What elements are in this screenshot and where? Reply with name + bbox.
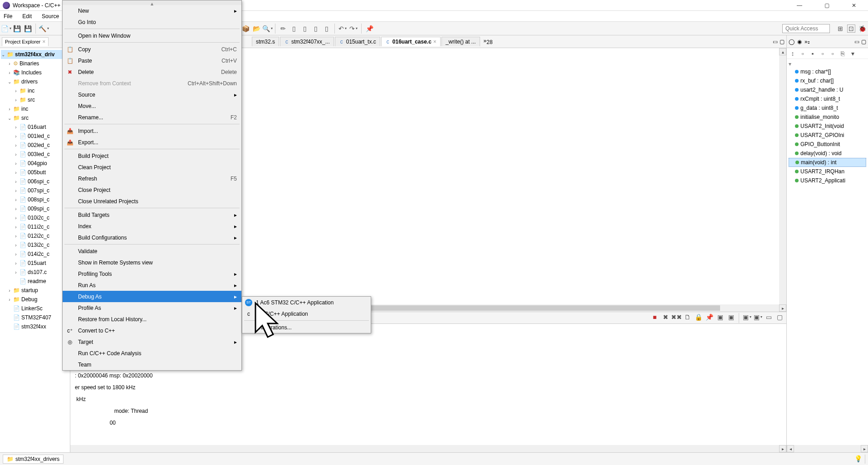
save-icon[interactable]: 💾 <box>13 24 21 33</box>
hide-inactive-icon[interactable]: ▫ <box>829 49 837 58</box>
ctx-close-unrelated[interactable]: Close Unrelated Projects <box>63 196 241 207</box>
ctx-close-project[interactable]: Close Project <box>63 184 241 196</box>
close-button[interactable]: ✕ <box>847 1 861 10</box>
make-target-icon[interactable]: ◉ <box>797 39 802 45</box>
open-perspective-icon[interactable]: ⊞ <box>836 24 844 33</box>
collapse-icon[interactable]: ⌄ <box>7 116 12 121</box>
hide-nonpublic-icon[interactable]: ▫ <box>819 49 827 58</box>
menu-source[interactable]: Source <box>40 12 61 20</box>
tree-row[interactable]: ›📄015uart <box>1 259 69 268</box>
outline-item[interactable]: initialise_monito <box>789 113 866 122</box>
menu-edit[interactable]: Edit <box>20 12 34 20</box>
submenu-configurations[interactable]: onfigurations... <box>242 322 371 333</box>
ctx-refresh[interactable]: RefreshF5 <box>63 173 241 184</box>
step-icon[interactable]: ▯ <box>323 24 331 33</box>
outline-scrollbar[interactable]: ◂ ▸ <box>787 445 868 452</box>
outline-item[interactable]: rx_buf : char[] <box>789 76 866 85</box>
ctx-convert-cpp[interactable]: c⁺Convert to C++ <box>63 325 241 336</box>
sort-icon[interactable]: ↕ <box>789 49 797 58</box>
display-selected-icon[interactable]: ▣ <box>743 313 751 321</box>
tree-row[interactable]: ›📁inc <box>1 104 69 113</box>
lock-scroll-icon[interactable]: 🔒 <box>694 313 702 321</box>
tree-row[interactable]: ›📚Includes <box>1 68 69 77</box>
tree-row[interactable]: 📄STM32F407 <box>1 313 69 322</box>
ctx-restore-history[interactable]: Restore from Local History... <box>63 313 241 325</box>
maximize-view-icon[interactable]: ▢ <box>861 39 866 45</box>
link-icon-icon[interactable]: ⎘ <box>839 49 847 58</box>
more-tabs[interactable]: »₂ <box>804 39 810 45</box>
editor-tab[interactable]: stm32.s <box>252 37 279 46</box>
tree-row[interactable]: ›📁startup <box>1 286 69 295</box>
collapse-icon[interactable]: ▾ <box>789 61 791 67</box>
clear-icon[interactable]: 🗋 <box>683 313 691 321</box>
ctx-show-remote[interactable]: Show in Remote Systems view <box>63 257 241 268</box>
outline-item[interactable]: USART2_Init(void <box>789 122 866 131</box>
tree-row[interactable]: 📄readme <box>1 277 69 286</box>
build-icon[interactable]: 🔨 <box>39 24 48 33</box>
search-icon[interactable]: 🔍 <box>263 24 271 33</box>
ctx-clean-project[interactable]: Clean Project <box>63 162 241 173</box>
tree-row-project[interactable]: ⌄ 📁 stm32f4xx_driv <box>1 50 69 59</box>
tree-row[interactable]: ›📄001led_c <box>1 132 69 141</box>
ctx-source[interactable]: Source▸ <box>63 89 241 100</box>
ctx-target[interactable]: ◎Target▸ <box>63 336 241 348</box>
ctx-build-config[interactable]: Build Configurations▸ <box>63 232 241 243</box>
maximize-view-icon[interactable]: ▢ <box>780 39 785 45</box>
tree-row[interactable]: ›📄002led_c <box>1 141 69 150</box>
ctx-run-as[interactable]: Run As▸ <box>63 279 241 291</box>
editor-tab[interactable]: _write() at ... <box>441 37 480 46</box>
ctx-delete[interactable]: ✖DeleteDelete <box>63 66 241 78</box>
tree-row[interactable]: ⌄📁src <box>1 113 69 122</box>
tree-row[interactable]: ›📄012i2c_c <box>1 231 69 240</box>
debug-perspective-icon[interactable]: 🐞 <box>858 24 866 33</box>
show-when-icon[interactable]: ▣ <box>716 313 724 321</box>
submenu-local-cpp[interactable]: ccal C/C++ Application <box>242 308 371 319</box>
outline-item[interactable]: main(void) : int <box>789 158 866 167</box>
outline-item[interactable]: GPIO_ButtonInit <box>789 140 866 149</box>
collapse-icon[interactable]: ⌄ <box>7 79 12 84</box>
step-icon[interactable]: ▯ <box>290 24 298 33</box>
tree-row[interactable]: ›📄ds107.c <box>1 268 69 277</box>
minimize-view-icon[interactable]: ▭ <box>773 39 778 45</box>
ctx-paste[interactable]: 📋PasteCtrl+V <box>63 55 241 66</box>
scroll-up-icon[interactable]: ▴ <box>779 48 786 55</box>
outline-icon[interactable]: ◯ <box>789 39 794 45</box>
save-all-icon[interactable]: 💾 <box>24 24 32 33</box>
tree-row[interactable]: ›📄007spi_c <box>1 186 69 195</box>
menu-file[interactable]: File <box>2 12 14 20</box>
outline-item[interactable]: usart2_handle : U <box>789 85 866 94</box>
open-console-icon[interactable]: ▣ <box>754 313 762 321</box>
ctx-import[interactable]: 📥Import... <box>63 125 241 137</box>
show-when-icon[interactable]: ▣ <box>727 313 735 321</box>
ctx-debug-as[interactable]: Debug As▸ <box>63 291 241 302</box>
tree-row[interactable]: ›📄006spi_c <box>1 177 69 186</box>
console-scrollbar[interactable]: ▸ <box>70 445 786 452</box>
tree-row[interactable]: ›📄011i2c_c <box>1 222 69 231</box>
editor-tab[interactable]: cstm32f407xx_... <box>280 37 334 46</box>
tree-row[interactable]: ›📄005butt <box>1 168 69 177</box>
project-explorer-tab[interactable]: Project Explorer × <box>2 37 49 46</box>
cpp-perspective-icon[interactable]: ⊡ <box>847 24 855 33</box>
ctx-new[interactable]: New▸ <box>63 5 241 16</box>
scroll-left-icon[interactable]: ◂ <box>787 445 794 452</box>
scroll-right-icon[interactable]: ▸ <box>779 445 786 452</box>
outline-item[interactable]: USART2_Applicati <box>789 176 866 185</box>
tree-row[interactable]: 📄stm32f4xx <box>1 322 69 331</box>
submenu-ac6-stm32[interactable]: ST1 Ac6 STM32 C/C++ Application <box>242 297 371 308</box>
editor-tab-active[interactable]: c016uart_case.c× <box>381 37 441 46</box>
outline-item[interactable]: delay(void) : void <box>789 149 866 158</box>
tree-row[interactable]: ›📄003led_c <box>1 150 69 159</box>
scroll-up-icon[interactable]: ▴ <box>63 0 241 5</box>
tree-row[interactable]: ›📄016uart <box>1 122 69 132</box>
tree-row[interactable]: ›📁inc <box>1 86 69 95</box>
outline-list[interactable]: ▾msg : char*[]rx_buf : char[]usart2_hand… <box>787 59 868 445</box>
pin-icon[interactable]: 📌 <box>365 24 373 33</box>
maximize-button[interactable]: ▢ <box>820 1 834 10</box>
filter-static-icon[interactable]: ▪ <box>809 49 817 58</box>
tree-row[interactable]: ›📁src <box>1 95 69 104</box>
pin-icon[interactable]: 📌 <box>705 313 713 321</box>
tree-row[interactable]: ›📁Debug <box>1 295 69 304</box>
nav-fwd-icon[interactable]: ↷ <box>349 24 358 33</box>
project-tree[interactable]: ⌄ 📁 stm32f4xx_driv ›⚙Binaries ›📚Includes… <box>0 48 70 452</box>
ctx-export[interactable]: 📤Export... <box>63 137 241 148</box>
